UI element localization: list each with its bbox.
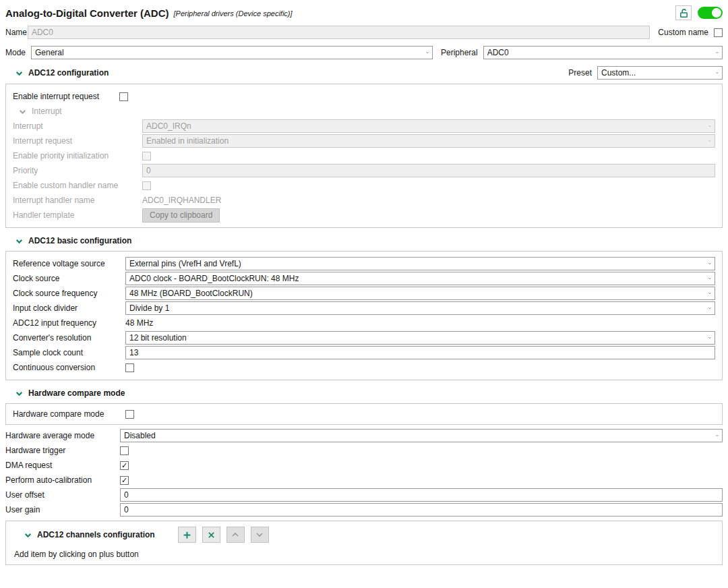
interrupt-handler-name-value: ADC0_IRQHANDLER: [142, 196, 221, 205]
lock-button[interactable]: [675, 5, 692, 20]
hardware-compare-mode-header: Hardware compare mode: [0, 387, 728, 399]
mode-selected-value: General: [35, 48, 64, 57]
chevron-down-icon[interactable]: [15, 237, 24, 245]
channels-hint-text: Add item by clicking on plus button: [14, 550, 715, 559]
input-clock-divider-select[interactable]: Divide by 1: [125, 301, 715, 315]
mode-select[interactable]: General: [31, 46, 433, 59]
interrupt-handler-name-label: Interrupt handler name: [13, 196, 142, 205]
chevron-down-icon: [255, 532, 264, 537]
perform-auto-calibration-label: Perform auto-calibration: [5, 475, 120, 485]
user-gain-input[interactable]: [120, 503, 723, 517]
preset-group: Preset Custom...: [568, 66, 723, 80]
continuous-conversion-label: Continuous conversion: [13, 363, 125, 372]
custom-name-checkbox[interactable]: [714, 28, 723, 37]
section-title: Hardware compare mode: [28, 388, 125, 398]
hardware-trigger-checkbox[interactable]: [120, 446, 129, 455]
preset-select[interactable]: Custom...: [597, 66, 723, 80]
chevron-down-icon: [705, 336, 711, 340]
name-row: Name Custom name: [0, 26, 728, 39]
reference-voltage-source-label: Reference voltage source: [13, 259, 125, 268]
peripheral-select[interactable]: ADC0: [483, 46, 723, 59]
field-row: Continuous conversion: [13, 361, 715, 374]
perform-auto-calibration-checkbox[interactable]: ✓: [120, 476, 129, 485]
page-subtitle: [Peripheral drivers (Device specific)]: [174, 8, 293, 18]
hardware-trigger-label: Hardware trigger: [5, 446, 120, 455]
field-row: Clock source frequency 48 MHz (BOARD_Boo…: [13, 287, 715, 300]
converters-resolution-selected-value: 12 bit resolution: [129, 333, 187, 343]
field-row: Hardware trigger: [0, 444, 728, 457]
adc-config-page: Analog-to-Digital Converter (ADC) [Perip…: [0, 0, 728, 588]
handler-template-label: Handler template: [13, 210, 142, 220]
clock-source-selected-value: ADC0 clock - BOARD_BootClockRUN: 48 MHz: [129, 274, 299, 283]
page-header: Analog-to-Digital Converter (ADC) [Perip…: [0, 0, 728, 20]
section-title: ADC12 configuration: [28, 68, 109, 78]
dma-request-checkbox[interactable]: ✓: [120, 461, 129, 470]
peripheral-enabled-toggle[interactable]: [698, 7, 723, 19]
adc12-input-frequency-value: 48 MHz: [125, 318, 153, 328]
name-input: [28, 26, 650, 39]
chevron-down-icon: [705, 306, 711, 310]
field-row: Sample clock count: [13, 346, 715, 359]
input-clock-divider-label: Input clock divider: [13, 303, 125, 313]
copy-to-clipboard-button: Copy to clipboard: [142, 208, 220, 223]
unlock-icon: [679, 8, 689, 18]
channels-configuration-header: ADC12 channels configuration: [13, 525, 715, 544]
priority-label: Priority: [13, 166, 142, 175]
adc12-configuration-header: ADC12 configuration Preset Custom...: [0, 66, 728, 80]
interrupt-select: ADC0_IRQn: [142, 119, 715, 133]
mode-row: Mode General Peripheral ADC0: [0, 46, 728, 59]
user-offset-input[interactable]: [120, 488, 723, 502]
user-offset-label: User offset: [5, 490, 120, 500]
chevron-down-icon[interactable]: [18, 107, 27, 116]
reference-voltage-source-select[interactable]: External pins (VrefH and VrefL): [125, 257, 715, 270]
chevron-down-icon[interactable]: [15, 389, 24, 398]
section-title: ADC12 channels configuration: [37, 530, 155, 539]
chevron-down-icon: [423, 51, 429, 55]
adc12-basic-configuration-header: ADC12 basic configuration: [0, 235, 728, 247]
enable-interrupt-request-label: Enable interrupt request: [13, 92, 119, 101]
hardware-average-mode-select[interactable]: Disabled: [120, 429, 723, 442]
misc-settings: Hardware average mode Disabled Hardware …: [0, 429, 728, 517]
hardware-average-mode-selected-value: Disabled: [124, 431, 156, 440]
chevron-down-icon: [705, 139, 711, 143]
chevron-down-icon: [705, 276, 711, 281]
remove-channel-button[interactable]: [202, 527, 220, 543]
field-row: Perform auto-calibration ✓: [0, 473, 728, 487]
converters-resolution-select[interactable]: 12 bit resolution: [125, 331, 715, 345]
field-row: User gain: [0, 503, 728, 517]
sample-clock-count-input[interactable]: [125, 346, 715, 359]
field-row: Handler template Copy to clipboard: [13, 208, 715, 222]
enable-interrupt-request-checkbox[interactable]: [119, 92, 128, 101]
add-channel-button[interactable]: [178, 527, 196, 543]
interrupt-subsection-header: Interrupt: [18, 105, 715, 118]
enable-priority-initialization-label: Enable priority initialization: [13, 151, 142, 160]
hardware-average-mode-label: Hardware average mode: [5, 431, 120, 440]
hardware-compare-mode-checkbox[interactable]: [125, 410, 134, 419]
custom-name-label: Custom name: [658, 28, 708, 37]
reference-voltage-selected-value: External pins (VrefH and VrefL): [129, 259, 241, 268]
clock-source-frequency-select[interactable]: 48 MHz (BOARD_BootClockRUN): [125, 287, 715, 300]
input-clock-divider-selected-value: Divide by 1: [129, 303, 169, 313]
field-row: Hardware compare mode: [13, 407, 715, 421]
header-controls: [675, 5, 723, 20]
continuous-conversion-checkbox[interactable]: [125, 363, 134, 372]
field-row: Enable custom handler name: [13, 179, 715, 192]
enable-custom-handler-name-checkbox: [142, 181, 151, 190]
chevron-down-icon[interactable]: [15, 69, 24, 78]
field-row: Enable interrupt request: [13, 90, 715, 103]
enable-custom-handler-name-label: Enable custom handler name: [13, 181, 142, 190]
field-row: Reference voltage source External pins (…: [13, 257, 715, 270]
channels-configuration-panel: ADC12 channels configuration Add item by…: [5, 521, 723, 565]
field-row: Priority: [13, 164, 715, 177]
field-row: Interrupt ADC0_IRQn: [13, 119, 715, 133]
preset-selected-value: Custom...: [601, 68, 636, 78]
chevron-down-icon[interactable]: [24, 531, 32, 539]
channels-toolbar: [178, 527, 269, 543]
chevron-down-icon: [705, 262, 711, 266]
field-row: Converter's resolution 12 bit resolution: [13, 331, 715, 345]
clock-source-select[interactable]: ADC0 clock - BOARD_BootClockRUN: 48 MHz: [125, 272, 715, 285]
interrupt-label: Interrupt: [13, 121, 142, 131]
field-row: User offset: [0, 488, 728, 502]
name-label: Name: [5, 28, 28, 37]
interrupt-request-select: Enabled in initialization: [142, 134, 715, 148]
